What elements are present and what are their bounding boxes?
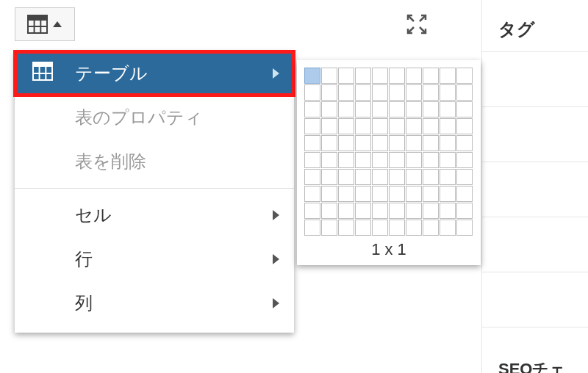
grid-cell[interactable] [304, 68, 320, 84]
grid-cell[interactable] [406, 118, 422, 134]
grid-cell[interactable] [321, 84, 337, 101]
grid-cell[interactable] [338, 84, 354, 101]
menu-item-row[interactable]: 行 [15, 237, 294, 281]
grid-cell[interactable] [423, 169, 439, 185]
grid-cell[interactable] [372, 84, 388, 101]
grid-cell[interactable] [304, 135, 320, 151]
grid-cell[interactable] [338, 203, 354, 219]
menu-item-table[interactable]: テーブル [15, 51, 294, 95]
grid-cell[interactable] [456, 84, 473, 101]
grid-cell[interactable] [304, 186, 320, 202]
grid-cell[interactable] [389, 68, 405, 84]
grid-cell[interactable] [423, 152, 439, 168]
grid-cell[interactable] [321, 152, 337, 168]
grid-cell[interactable] [423, 118, 439, 134]
grid-cell[interactable] [406, 101, 422, 117]
menu-item-table-properties[interactable]: 表のプロパティ [15, 95, 294, 140]
grid-cell[interactable] [406, 186, 422, 202]
grid-cell[interactable] [338, 169, 354, 185]
grid-cell[interactable] [321, 169, 337, 185]
grid-cell[interactable] [423, 203, 439, 219]
grid-cell[interactable] [338, 186, 354, 202]
grid-cell[interactable] [372, 186, 388, 202]
grid-cell[interactable] [456, 220, 473, 236]
menu-item-delete-table[interactable]: 表を削除 [15, 140, 294, 184]
menu-item-cell[interactable]: セル [15, 193, 294, 237]
grid-cell[interactable] [372, 135, 388, 151]
grid-cell[interactable] [389, 101, 405, 117]
grid-cell[interactable] [456, 186, 473, 202]
grid-cell[interactable] [304, 84, 320, 101]
grid-cell[interactable] [456, 135, 473, 151]
grid-cell[interactable] [406, 68, 422, 84]
grid-cell[interactable] [423, 220, 439, 236]
grid-cell[interactable] [372, 169, 388, 185]
grid-cell[interactable] [304, 220, 320, 236]
grid-cell[interactable] [372, 101, 388, 117]
grid-cell[interactable] [423, 68, 439, 84]
grid-cell[interactable] [304, 101, 320, 117]
grid-cell[interactable] [389, 84, 405, 101]
grid-cell[interactable] [355, 84, 371, 101]
grid-cell[interactable] [338, 152, 354, 168]
grid-cell[interactable] [456, 169, 473, 185]
grid-cell[interactable] [304, 118, 320, 134]
grid-cell[interactable] [456, 203, 473, 219]
grid-cell[interactable] [372, 68, 388, 84]
grid-cell[interactable] [406, 84, 422, 101]
grid-cell[interactable] [389, 186, 405, 202]
grid-cell[interactable] [406, 169, 422, 185]
grid-cell[interactable] [456, 101, 473, 117]
grid-cell[interactable] [372, 203, 388, 219]
grid-cell[interactable] [321, 118, 337, 134]
grid-cell[interactable] [440, 101, 456, 117]
grid-cell[interactable] [372, 152, 388, 168]
grid-cell[interactable] [355, 101, 371, 117]
grid-cell[interactable] [355, 169, 371, 185]
grid-cell[interactable] [304, 203, 320, 219]
grid-cell[interactable] [338, 101, 354, 117]
grid-cell[interactable] [406, 135, 422, 151]
grid-cell[interactable] [456, 152, 473, 168]
grid-cell[interactable] [355, 68, 371, 84]
grid-cell[interactable] [321, 220, 337, 236]
grid-cell[interactable] [389, 203, 405, 219]
grid-cell[interactable] [355, 186, 371, 202]
menu-item-column[interactable]: 列 [15, 281, 294, 325]
grid-cell[interactable] [440, 118, 456, 134]
grid-cell[interactable] [338, 220, 354, 236]
grid-cell[interactable] [440, 152, 456, 168]
fullscreen-button[interactable] [404, 13, 429, 38]
grid-cell[interactable] [372, 220, 388, 236]
grid-cell[interactable] [321, 203, 337, 219]
grid-cell[interactable] [321, 135, 337, 151]
grid-cell[interactable] [423, 84, 439, 101]
grid-cell[interactable] [338, 135, 354, 151]
grid-cell[interactable] [338, 68, 354, 84]
grid-cell[interactable] [321, 101, 337, 117]
grid-cell[interactable] [406, 203, 422, 219]
grid-cell[interactable] [423, 101, 439, 117]
grid-cell[interactable] [372, 118, 388, 134]
table-dropdown-button[interactable] [15, 7, 75, 41]
grid-cell[interactable] [456, 118, 473, 134]
grid-cell[interactable] [423, 135, 439, 151]
grid-cell[interactable] [440, 169, 456, 185]
grid-cell[interactable] [389, 118, 405, 134]
grid-cell[interactable] [355, 135, 371, 151]
grid-cell[interactable] [440, 68, 456, 84]
grid-cell[interactable] [355, 203, 371, 219]
grid-cell[interactable] [321, 68, 337, 84]
grid-cell[interactable] [355, 220, 371, 236]
grid-cell[interactable] [406, 152, 422, 168]
grid-cell[interactable] [440, 203, 456, 219]
grid-cell[interactable] [355, 118, 371, 134]
grid-cell[interactable] [456, 68, 473, 84]
grid-cell[interactable] [440, 84, 456, 101]
table-size-grid[interactable] [304, 68, 473, 236]
grid-cell[interactable] [440, 135, 456, 151]
grid-cell[interactable] [389, 152, 405, 168]
grid-cell[interactable] [321, 186, 337, 202]
grid-cell[interactable] [338, 118, 354, 134]
grid-cell[interactable] [389, 220, 405, 236]
